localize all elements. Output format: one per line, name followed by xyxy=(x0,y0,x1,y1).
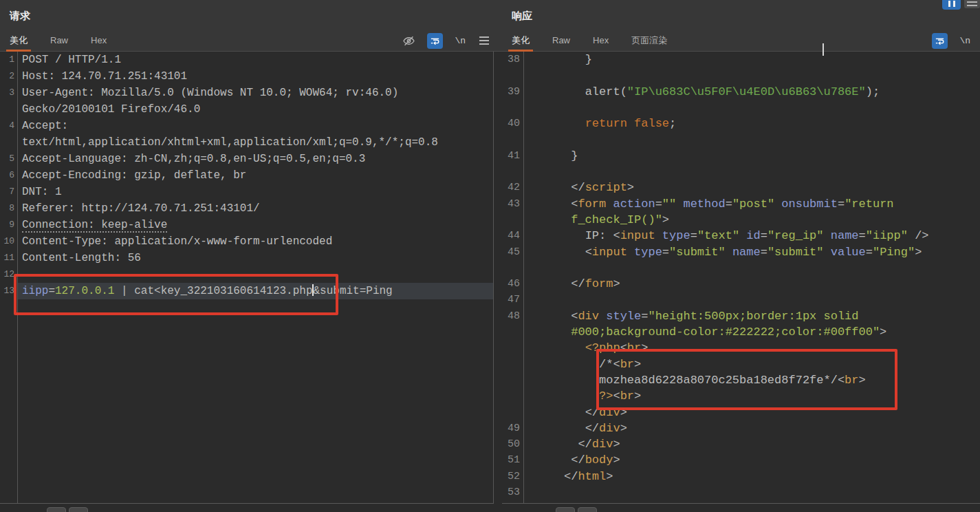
code-text: </form> xyxy=(523,276,980,292)
code-line: 39 alert("IP\u683C\u5F0F\u4E0D\u6B63\u78… xyxy=(502,84,980,100)
bottom-button-partial[interactable] xyxy=(69,507,88,512)
tab-hex[interactable]: Hex xyxy=(91,31,107,52)
line-number: 7 xyxy=(0,184,17,200)
tab-raw[interactable]: Raw xyxy=(552,31,570,52)
code-text: Gecko/20100101 Firefox/46.0 xyxy=(17,101,493,118)
code-text: mozhea8d6228a8070c25ba18ed8f72fe*/<br> xyxy=(523,372,980,388)
code-text: Host: 124.70.71.251:43101 xyxy=(17,68,493,85)
code-line xyxy=(502,100,980,116)
bottom-button-partial[interactable] xyxy=(578,507,597,512)
line-number: 6 xyxy=(0,167,17,184)
code-text: <form action="" method="post" onsubmit="… xyxy=(523,196,980,212)
code-line: 5Accept-Language: zh-CN,zh;q=0.8,en-US;q… xyxy=(0,151,493,167)
code-text: return false; xyxy=(523,116,980,131)
word-wrap-icon[interactable] xyxy=(932,33,948,49)
response-tabbar: 美化RawHex页面渲染 xyxy=(512,31,667,52)
line-number xyxy=(0,134,17,151)
tab-beautify[interactable]: 美化 xyxy=(512,31,530,52)
code-line xyxy=(502,260,980,276)
code-line: 50 </div> xyxy=(502,436,980,452)
code-line: <?php<br> xyxy=(502,340,980,356)
line-number: 38 xyxy=(502,52,523,67)
code-line: 1POST / HTTP/1.1 xyxy=(0,52,493,68)
line-number: 44 xyxy=(502,228,523,244)
code-line: 42 </script> xyxy=(502,180,980,195)
code-text: User-Agent: Mozilla/5.0 (Windows NT 10.0… xyxy=(17,85,493,101)
code-line: 46 </form> xyxy=(502,276,980,292)
eye-off-icon[interactable] xyxy=(402,34,415,47)
line-number xyxy=(502,164,523,180)
response-editor[interactable]: 38 }39 alert("IP\u683C\u5F0F\u4E0D\u6B63… xyxy=(502,52,980,503)
request-tabbar: 美化RawHex xyxy=(10,31,107,52)
code-line: 40 return false; xyxy=(502,116,980,131)
line-number: 12 xyxy=(0,266,17,283)
code-text: } xyxy=(523,52,980,67)
code-line: #000;background-color:#222222;color:#00f… xyxy=(502,324,980,340)
code-line: 3User-Agent: Mozilla/5.0 (Windows NT 10.… xyxy=(0,85,493,101)
request-panel-title: 请求 xyxy=(10,10,30,23)
line-number: 13 xyxy=(0,283,17,299)
line-number xyxy=(502,212,523,228)
newline-icon[interactable]: \n xyxy=(959,36,970,46)
code-text: </div> xyxy=(523,436,980,452)
newline-icon[interactable]: \n xyxy=(455,36,466,46)
code-line: 44 IP: <input type="text" id="reg_ip" na… xyxy=(502,228,980,244)
request-panel-header: 请求 美化RawHex \n xyxy=(0,0,497,52)
tab-render[interactable]: 页面渲染 xyxy=(631,31,667,52)
request-editor[interactable]: 1POST / HTTP/1.12Host: 124.70.71.251:431… xyxy=(0,52,494,503)
line-number: 39 xyxy=(502,84,523,100)
line-number: 10 xyxy=(0,233,17,250)
code-text xyxy=(523,164,980,180)
line-number xyxy=(502,388,523,404)
code-text: Connection: keep-alive xyxy=(17,217,493,233)
code-line: 45 <input type="submit" name="submit" va… xyxy=(502,244,980,260)
code-text: <div style="height:500px;border:1px soli… xyxy=(523,308,980,324)
code-line: 8Referer: http://124.70.71.251:43101/ xyxy=(0,200,493,217)
code-text: ?><br> xyxy=(523,388,980,404)
line-number: 49 xyxy=(502,420,523,436)
tab-hex[interactable]: Hex xyxy=(593,31,609,52)
code-text: Accept-Language: zh-CN,zh;q=0.8,en-US;q=… xyxy=(17,151,493,167)
response-toolbar: \n xyxy=(932,32,970,49)
code-text xyxy=(523,484,980,500)
tab-beautify[interactable]: 美化 xyxy=(10,31,28,52)
code-line: 49 </div> xyxy=(502,420,980,436)
code-text: Content-Length: 56 xyxy=(17,250,493,266)
code-text: </div> xyxy=(523,420,980,436)
code-line: 12 xyxy=(0,266,493,283)
text-caret xyxy=(823,43,824,56)
code-line: Gecko/20100101 Firefox/46.0 xyxy=(0,101,493,118)
line-number: 48 xyxy=(502,308,523,324)
code-text: </script> xyxy=(523,180,980,195)
code-line: 43 <form action="" method="post" onsubmi… xyxy=(502,196,980,212)
code-line: f_check_IP()"> xyxy=(502,212,980,228)
line-number: 2 xyxy=(0,68,17,85)
code-text: </div> xyxy=(523,405,980,420)
code-text: </html> xyxy=(523,469,980,484)
code-text xyxy=(523,131,980,147)
line-number xyxy=(502,67,523,83)
line-number: 51 xyxy=(502,452,523,468)
line-number: 43 xyxy=(502,196,523,212)
line-number: 53 xyxy=(502,484,523,500)
code-text: iipp=127.0.0.1 | cat<key_322103160614123… xyxy=(17,283,493,299)
menu-icon[interactable] xyxy=(477,34,491,47)
code-text: IP: <input type="text" id="reg_ip" name=… xyxy=(523,228,980,244)
bottom-button-partial[interactable] xyxy=(556,507,575,512)
code-line: 51 </body> xyxy=(502,452,980,468)
bottom-divider xyxy=(502,503,980,504)
code-line: 38 } xyxy=(502,52,980,67)
line-number: 9 xyxy=(0,217,17,233)
tab-raw[interactable]: Raw xyxy=(50,31,68,52)
code-line: 2Host: 124.70.71.251:43101 xyxy=(0,68,493,85)
bottom-button-partial[interactable] xyxy=(47,507,66,512)
word-wrap-icon[interactable] xyxy=(427,33,443,49)
line-number xyxy=(0,101,17,118)
line-number: 1 xyxy=(0,52,17,68)
code-text xyxy=(523,100,980,116)
code-line: 9Connection: keep-alive xyxy=(0,217,493,233)
gutter-separator xyxy=(523,52,524,503)
line-number xyxy=(502,372,523,388)
line-number: 41 xyxy=(502,148,523,164)
response-panel-header: 响应 美化RawHex页面渲染 \n xyxy=(502,0,980,52)
